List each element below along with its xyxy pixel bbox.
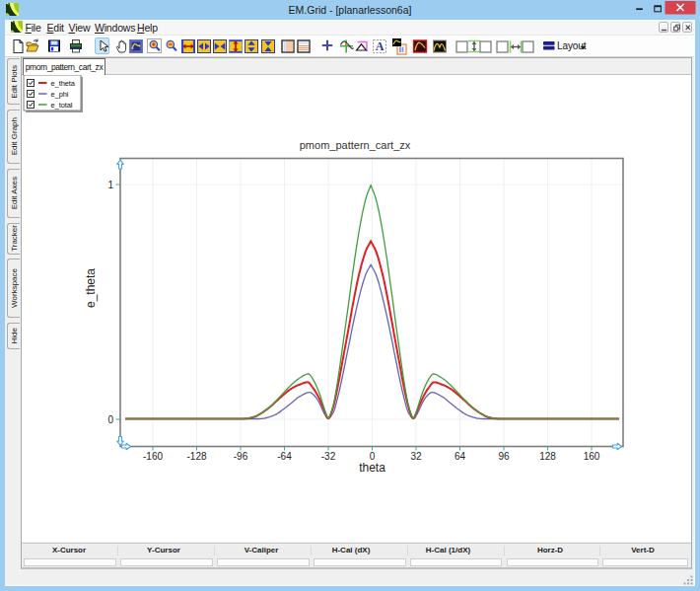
svg-text:96: 96 — [498, 451, 510, 462]
svg-text:-64: -64 — [277, 451, 292, 462]
svg-text:0: 0 — [107, 414, 113, 425]
svg-text:128: 128 — [539, 451, 556, 462]
svg-text:-96: -96 — [234, 451, 248, 462]
svg-text:-32: -32 — [321, 451, 336, 462]
svg-text:pmom_pattern_cart_zx: pmom_pattern_cart_zx — [300, 139, 411, 151]
svg-text:e_total: e_total — [51, 101, 73, 110]
svg-text:1: 1 — [107, 180, 113, 190]
svg-text:64: 64 — [455, 451, 466, 462]
svg-text:e_theta: e_theta — [84, 268, 98, 308]
svg-text:-128: -128 — [186, 451, 206, 462]
svg-text:160: 160 — [584, 451, 600, 462]
svg-text:-160: -160 — [143, 451, 163, 462]
svg-text:0: 0 — [370, 451, 376, 462]
svg-text:theta: theta — [359, 461, 385, 475]
svg-text:e_theta: e_theta — [51, 79, 76, 88]
svg-text:32: 32 — [410, 451, 422, 462]
svg-text:e_phi: e_phi — [51, 90, 69, 99]
